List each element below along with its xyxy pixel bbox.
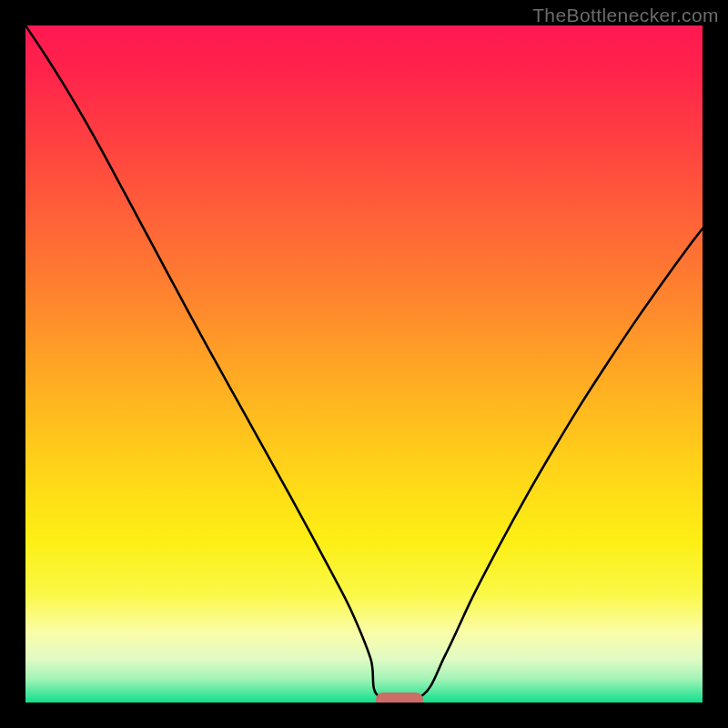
watermark-text: TheBottlenecker.com <box>532 5 719 26</box>
plot-area <box>25 25 703 703</box>
curve-layer <box>25 25 703 703</box>
bottleneck-curve <box>25 25 703 701</box>
chart-frame: TheBottlenecker.com <box>0 0 728 728</box>
optimal-range-marker <box>376 693 423 703</box>
